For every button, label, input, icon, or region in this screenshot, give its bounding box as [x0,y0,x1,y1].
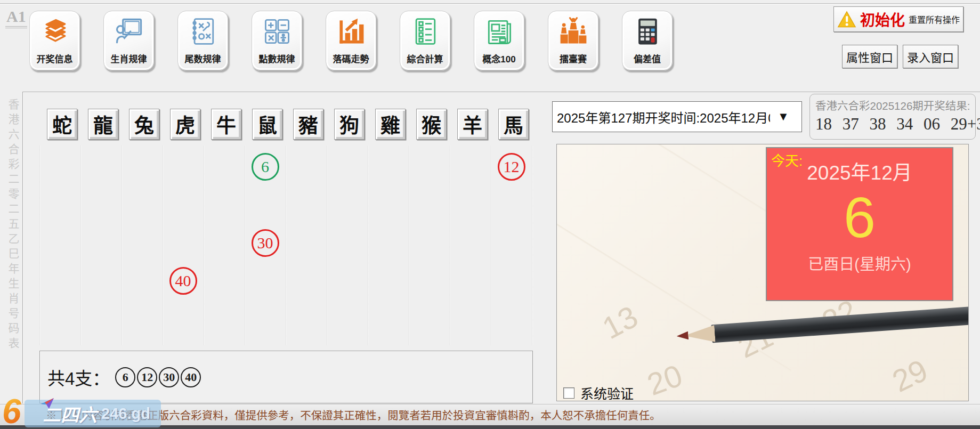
summary-circled-number: 40 [181,367,201,387]
summary-numbers: 6123040 [115,367,203,387]
calendar-day-info: 已酉日(星期六) [767,252,952,274]
watermark-domain: 246.gd [101,405,150,423]
zodiac-key-4[interactable]: 虎 [170,109,200,140]
calculator-icon [631,15,663,47]
toolbar-button-label: 开奖信息 [37,52,73,65]
toolbar-button-math[interactable]: 點數規律 [252,11,302,70]
toolbar-button-books[interactable]: 开奖信息 [29,11,80,70]
books-icon [39,15,71,47]
grid-column-line [39,145,41,345]
checkbox-box[interactable] [563,387,574,399]
zodiac-key-8[interactable]: 狗 [334,109,365,140]
toolbar-button-label: 偏差值 [634,52,661,65]
properties-window-button[interactable]: 属性窗口 [842,45,897,68]
calendar-background-number: 29 [887,352,933,399]
toolbar-button-label: 落碼走勢 [333,52,369,65]
zodiac-key-7[interactable]: 豬 [293,109,323,140]
toolbar-button-newspaper[interactable]: 概念100 [474,11,524,70]
calendar-background-number: 13 [596,298,643,346]
zodiac-key-12[interactable]: 馬 [498,109,529,140]
summary-circled-number: 30 [159,367,179,387]
grid-column-line [409,145,410,345]
initialize-sublabel: 重置所有操作 [909,13,960,26]
toolbar-button-strategy[interactable]: 尾数规律 [177,11,228,70]
toolbar-button-bar-chart[interactable]: 落碼走勢 [326,11,376,70]
initialize-label: 初始化 [860,9,905,30]
system-verify-checkbox[interactable]: 系统验证 [563,383,634,401]
period-combobox[interactable]: 2025年第127期开奖时间:2025年12月06日(星期六) ▼ [552,101,802,132]
zodiac-key-10[interactable]: 猴 [416,109,447,140]
summary-circled-number: 12 [137,367,157,387]
toolbar-button-label: 擂臺賽 [560,52,587,65]
site-watermark: 二四六 246.gd [25,400,161,427]
number-mark-12: 12 [498,153,525,181]
result-groupbox: 香港六合彩2025126期开奖结果: 18 37 38 34 06 29+39 [809,94,976,140]
toolbar-button-label: 尾数规律 [185,52,221,65]
entry-window-button[interactable]: 录入窗口 [903,45,958,68]
toolbar-button-label: 概念100 [482,52,515,65]
grid-column-line [450,145,451,345]
initialize-button[interactable]: 初始化 重置所有操作 [833,6,963,32]
pencil-lead-point [676,331,689,340]
calendar-panel: 1320212229 今天: 2025年12月 6 已酉日(星期六) 系统验证 [556,144,969,401]
grid-column-line [163,145,164,345]
summary-circled-number: 6 [115,367,135,387]
zodiac-key-9[interactable]: 雞 [375,109,406,140]
toolbar-button-presenter[interactable]: 生肖规律 [103,11,154,70]
checkbox-label: 系统验证 [580,383,634,401]
number-mark-40: 40 [169,267,197,295]
math-icon [261,15,293,47]
zodiac-key-3[interactable]: 兔 [129,109,159,140]
toolbar-button-checklist[interactable]: 綜合計算 [400,11,450,70]
calendar-day: 6 [767,189,952,246]
number-mark-6: 6 [252,153,279,181]
bar-chart-icon [335,15,367,47]
summary-box: 共4支： 6123040 [39,351,533,403]
grid-column-line [327,145,328,345]
grid-column-line [286,145,287,345]
cell-reference: A1 [5,7,27,28]
app-window: A1 开奖信息 生肖规律 尾数规律 點數規律 落碼走勢 綜合計算 概念100 [0,0,980,429]
toolbar-button-label: 綜合計算 [407,52,443,65]
presenter-icon [113,15,145,47]
toolbar-button-calculator[interactable]: 偏差值 [622,11,673,70]
newspaper-icon [483,15,515,47]
grid-column-line [368,145,369,345]
paper-plane-icon [41,398,54,409]
zodiac-key-5[interactable]: 牛 [211,109,241,140]
result-title: 香港六合彩2025126期开奖结果: [815,97,975,113]
side-watermark-text: 香港六合彩二零二五乙巳年生肖号码表 [5,99,21,352]
period-combobox-value: 2025年第127期开奖时间:2025年12月06日(星期六) [553,108,770,126]
number-mark-30: 30 [252,229,279,257]
grid-column-line [245,145,246,345]
chevron-down-icon[interactable]: ▼ [770,110,797,124]
zodiac-key-1[interactable]: 蛇 [47,109,77,140]
result-numbers: 18 37 38 34 06 29+39 [815,115,975,134]
grid-column-line [491,145,492,345]
podium-icon [557,15,589,47]
pencil-wood-tip [684,325,716,344]
summary-prefix: 共4支： [47,365,110,390]
grid-column-line [532,145,533,345]
grid-column-line [122,145,123,345]
toolbar: 开奖信息 生肖规律 尾数规律 點數規律 落碼走勢 綜合計算 概念100 擂臺賽 [29,11,673,70]
zodiac-key-11[interactable]: 羊 [457,109,488,140]
checklist-icon [409,15,441,47]
today-label: 今天: [771,150,803,169]
toolbar-button-podium[interactable]: 擂臺賽 [548,11,598,70]
zodiac-key-2[interactable]: 龍 [88,109,118,140]
today-date-card: 今天: 2025年12月 6 已酉日(星期六) [766,147,953,301]
calendar-background-number: 20 [642,357,687,401]
zodiac-key-6[interactable]: 鼠 [252,109,282,140]
warning-icon [837,11,856,28]
toolbar-button-label: 點數規律 [259,52,295,65]
grid-column-line [80,145,82,345]
strategy-icon [187,15,219,47]
site-logo-icon: 6 [2,395,21,427]
toolbar-button-label: 生肖规律 [111,52,147,65]
menu-separator-line [0,3,980,4]
grid-column-line [204,145,205,345]
